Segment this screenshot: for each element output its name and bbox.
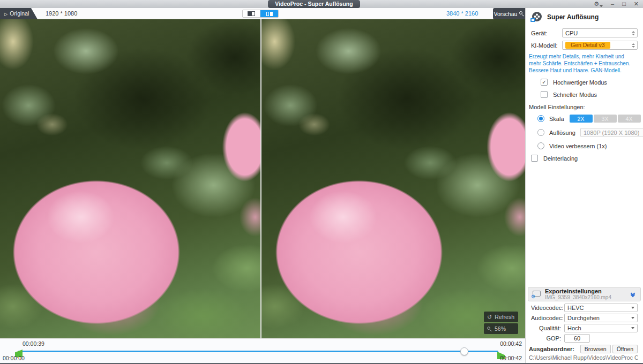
export-monitor-icon: ⚙: [532, 291, 541, 298]
resolution-label: Auflösung: [549, 130, 575, 136]
clip-end-label: 00:00:42: [500, 355, 522, 361]
check-icon: ✓: [542, 79, 546, 85]
preview-toolbar: ▷Original 1920 * 1080 3840 * 2160 Vorsch…: [0, 8, 525, 19]
split-divider[interactable]: [260, 19, 261, 338]
model-description: Erzeugt mehr Details, mehr Klarheit und …: [529, 53, 638, 74]
quality-mode-label: Hochwertiger Modus: [553, 79, 607, 86]
single-view-button[interactable]: [243, 10, 260, 17]
open-button[interactable]: Öffnen: [612, 345, 638, 353]
view-mode-toggle: [242, 10, 279, 18]
output-path: C:\Users\Michael Rupp\Videos\VideoProc C…: [529, 354, 638, 361]
target-resolution: 3840 * 2160: [446, 8, 478, 19]
ai-model-select[interactable]: Gen Detail v3: [562, 41, 638, 50]
single-view-icon: [248, 11, 255, 16]
quality-row: Qualität: Hoch: [531, 324, 638, 332]
model-settings-label: Modell Einstellungen:: [529, 104, 638, 110]
resolution-select[interactable]: 1080P (1920 X 1080): [580, 128, 643, 137]
canvas-overlay-buttons: ↺Refresh 56%: [484, 312, 518, 334]
ai-model-value-badge: Gen Detail v3: [565, 42, 610, 49]
tab-original[interactable]: ▷Original: [0, 8, 39, 19]
scale-options: 2X 3X 4X: [570, 115, 641, 123]
clip-start-label: 00:00:00: [3, 355, 25, 361]
enhance-radio[interactable]: [537, 142, 544, 149]
export-settings-title: Exporteinstellungen: [545, 288, 626, 294]
scale-option-3x[interactable]: 3X: [594, 115, 617, 123]
export-settings-section: ⚙ Exporteinstellungen IMG_9359_3840x2160…: [526, 287, 643, 363]
spinner-icon: [632, 43, 635, 48]
comparison-canvas: ↺Refresh 56%: [0, 19, 525, 338]
export-gear-icon: ⚙: [531, 294, 535, 299]
device-label: Gerät:: [531, 30, 562, 36]
browse-button[interactable]: Browsen: [580, 345, 611, 353]
fast-mode-row: Schneller Modus: [541, 91, 638, 98]
playhead[interactable]: [460, 347, 468, 355]
scale-radio[interactable]: [537, 115, 544, 122]
videocodec-row: Videocodec: HEVC: [531, 304, 638, 312]
device-select[interactable]: CPU: [562, 28, 638, 37]
gop-label: GOP:: [531, 335, 564, 342]
scale-row: Skala 2X 3X 4X: [537, 115, 638, 123]
split-view-button[interactable]: [260, 10, 278, 17]
videocodec-select[interactable]: HEVC: [564, 304, 638, 312]
quality-mode-row: ✓ Hochwertiger Modus: [541, 79, 638, 86]
gop-input[interactable]: 60: [564, 334, 590, 343]
sidebar-title: Super Auflösung: [547, 13, 599, 21]
close-button[interactable]: ✕: [634, 0, 639, 8]
scale-option-2x[interactable]: 2X: [570, 115, 593, 123]
export-settings-header[interactable]: ⚙ Exporteinstellungen IMG_9359_3840x2160…: [528, 287, 641, 301]
zoom-icon: [487, 327, 492, 331]
deinterlacing-label: Deinterlacing: [543, 155, 578, 162]
collapse-chevron-icon[interactable]: [630, 292, 636, 297]
settings-sidebar: Super Auflösung Gerät: CPU KI-Modell: Ge…: [525, 8, 643, 363]
refresh-icon: ↺: [487, 314, 492, 321]
preview-button[interactable]: Vorschau: [493, 8, 525, 19]
refresh-button[interactable]: ↺Refresh: [484, 312, 518, 322]
scale-label: Skala: [549, 116, 564, 122]
fast-mode-label: Schneller Modus: [553, 92, 597, 98]
magnifier-icon: [519, 11, 524, 16]
enhance-row: Video verbessern (1x): [537, 142, 638, 149]
window-title: VideoProc - Super Auflösung: [268, 0, 360, 8]
source-resolution: 1920 * 1080: [46, 8, 77, 19]
ai-model-row: KI-Modell: Gen Detail v3: [531, 41, 638, 50]
audiocodec-label: Audiocodec:: [531, 315, 564, 321]
resolution-row: Auflösung 1080P (1920 X 1080): [537, 128, 638, 137]
titlebar: VideoProc - Super Auflösung ⚙ – □ ✕: [0, 0, 643, 8]
gop-row: GOP: 60: [531, 334, 638, 343]
dropdown-arrow-icon: [631, 327, 634, 329]
preview-after-image[interactable]: [261, 19, 525, 338]
timeline: 00:00:39 00:00:42 00:00:00 00:00:42: [0, 338, 525, 363]
window-controls: ⚙ – □ ✕: [594, 0, 639, 8]
deinterlacing-checkbox[interactable]: [531, 155, 538, 162]
minimize-button[interactable]: –: [611, 0, 614, 8]
quality-label: Qualität:: [531, 325, 564, 331]
quality-mode-checkbox[interactable]: ✓: [541, 79, 548, 86]
timeline-track[interactable]: [18, 351, 498, 352]
deinterlacing-row: Deinterlacing: [531, 155, 638, 162]
ai-model-label: KI-Modell:: [531, 42, 562, 49]
device-row: Gerät: CPU: [531, 28, 638, 37]
settings-gear-icon[interactable]: ⚙: [594, 0, 603, 8]
fast-mode-checkbox[interactable]: [541, 91, 548, 98]
split-view-icon: [266, 12, 273, 16]
output-folder-label: Ausgabeordner:: [529, 346, 579, 352]
export-filename: IMG_9359_3840x2160.mp4: [545, 294, 626, 300]
maximize-button[interactable]: □: [622, 0, 626, 8]
dropdown-arrow-icon: [631, 307, 634, 309]
quality-select[interactable]: Hoch: [564, 324, 638, 332]
zoom-level-button[interactable]: 56%: [484, 323, 518, 334]
sidebar-header: Super Auflösung: [526, 8, 643, 27]
resolution-radio[interactable]: [537, 129, 544, 136]
spinner-icon: [632, 31, 635, 35]
dropdown-arrow-icon: [631, 317, 634, 319]
audiocodec-row: Audiocodec: Durchgehen: [531, 314, 638, 322]
audiocodec-select[interactable]: Durchgehen: [564, 314, 638, 322]
videocodec-label: Videocodec:: [531, 305, 564, 311]
scale-option-4x[interactable]: 4X: [618, 115, 641, 123]
preview-before-image[interactable]: [0, 19, 260, 338]
play-icon: ▷: [4, 12, 8, 17]
app-window: VideoProc - Super Auflösung ⚙ – □ ✕ ▷Ori…: [0, 0, 643, 364]
trim-start-label: 00:00:39: [23, 340, 44, 347]
enhance-label: Video verbessern (1x): [549, 143, 607, 149]
film-reel-icon: [530, 11, 543, 23]
